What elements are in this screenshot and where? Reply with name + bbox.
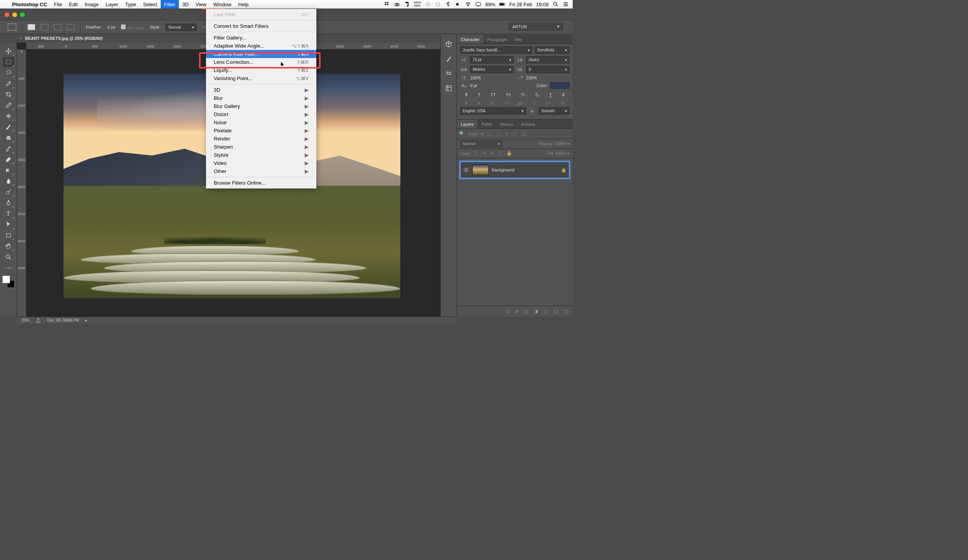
tab-actions[interactable]: Actions — [517, 120, 539, 128]
menuitem-blur-gallery[interactable]: Blur Gallery▶ — [206, 102, 316, 110]
new-layer-icon[interactable] — [553, 309, 559, 314]
spotlight-icon[interactable] — [553, 1, 559, 7]
tab-info[interactable]: Info — [511, 35, 526, 44]
type-tool[interactable]: T — [3, 209, 14, 219]
tab-paragraph[interactable]: Paragraph — [483, 35, 511, 44]
do-not-disturb-icon[interactable] — [425, 1, 431, 7]
font-size-select[interactable]: 70 pt▾ — [470, 56, 514, 63]
menuitem-pixelate[interactable]: Pixelate▶ — [206, 127, 316, 135]
3d-panel-icon[interactable] — [445, 40, 453, 48]
blur-tool[interactable] — [3, 176, 14, 186]
filter-type-icon[interactable]: T — [506, 132, 508, 136]
menuitem-render[interactable]: Render▶ — [206, 135, 316, 143]
edit-toolbar-button[interactable]: ⋯ — [3, 263, 14, 273]
filter-pixel-icon[interactable] — [487, 131, 493, 137]
tab-character[interactable]: Character — [457, 35, 483, 44]
adjustment-layer-icon[interactable] — [533, 309, 539, 314]
battery-icon[interactable] — [499, 1, 505, 7]
antialias-select[interactable]: Smooth▾ — [539, 107, 570, 115]
marquee-tool[interactable] — [3, 57, 14, 67]
dropbox-icon[interactable] — [384, 1, 390, 7]
layer-name[interactable]: Background — [492, 168, 515, 172]
delete-layer-icon[interactable] — [563, 309, 569, 314]
move-tool[interactable] — [3, 46, 14, 56]
gradient-tool[interactable] — [3, 165, 14, 175]
share-icon[interactable] — [36, 318, 41, 323]
vscale-value[interactable]: 100% — [470, 75, 514, 80]
filter-kind[interactable]: Kind — [469, 132, 477, 136]
menu-layer[interactable]: Layer — [102, 0, 122, 9]
ruler-vertical[interactable]: 05001000150020002500300035004000 — [17, 50, 26, 317]
menuitem-lens-correction[interactable]: Lens Correction...⇧⌘R — [206, 58, 316, 66]
minimize-window-button[interactable] — [12, 12, 17, 17]
menuitem-noise[interactable]: Noise▶ — [206, 118, 316, 127]
layer-visibility-icon[interactable] — [463, 167, 469, 173]
hand-tool[interactable] — [3, 241, 14, 251]
path-selection-tool[interactable] — [3, 219, 14, 229]
filter-adjustment-icon[interactable] — [496, 131, 502, 137]
menu-image[interactable]: Image — [81, 0, 102, 9]
lock-all-icon[interactable]: 🔒 — [506, 151, 512, 156]
close-tab-button[interactable]: × — [19, 36, 22, 41]
menuitem-sharpen[interactable]: Sharpen▶ — [206, 143, 316, 151]
eraser-tool[interactable] — [3, 154, 14, 164]
history-brush-tool[interactable] — [3, 144, 14, 154]
foreground-swatch[interactable] — [2, 276, 10, 283]
menuitem-liquify[interactable]: Liquify...⇧⌘X — [206, 66, 316, 74]
zoom-level[interactable]: 25% — [22, 318, 29, 322]
workspace-preset-select[interactable]: ARTUR▾ — [509, 22, 563, 31]
color-swatches[interactable] — [2, 276, 15, 288]
fx-icon[interactable]: fx — [515, 309, 518, 314]
mem-indicator[interactable]: MEM90% — [414, 1, 421, 7]
menu-filter[interactable]: Filter — [161, 0, 179, 9]
blend-mode-select[interactable]: Normal▾ — [460, 140, 503, 147]
lasso-tool[interactable] — [3, 68, 14, 78]
brush-tool[interactable] — [3, 122, 14, 132]
zoom-tool[interactable] — [3, 252, 14, 262]
menuitem-camera-raw-filter[interactable]: Camera Raw Filter...⇧⌘A — [206, 50, 316, 58]
brushes-panel-icon[interactable] — [445, 55, 453, 63]
pen-tool[interactable] — [3, 198, 14, 208]
kerning-select[interactable]: Metrics▾ — [470, 66, 514, 73]
selection-subtract-icon[interactable] — [54, 24, 62, 30]
adjustments-panel-icon[interactable] — [445, 70, 453, 77]
close-window-button[interactable] — [5, 12, 9, 17]
baseline-value[interactable]: 0 pt — [470, 83, 534, 88]
menu-3d[interactable]: 3D — [179, 0, 192, 9]
healing-brush-tool[interactable] — [3, 111, 14, 121]
menuitem-blur[interactable]: Blur▶ — [206, 94, 316, 102]
display-icon[interactable] — [475, 1, 481, 7]
group-icon[interactable] — [543, 309, 549, 314]
menu-window[interactable]: Window — [210, 0, 235, 9]
menuitem-stylize[interactable]: Stylize▶ — [206, 151, 316, 159]
lock-artboard-icon[interactable] — [498, 151, 503, 156]
filter-shape-icon[interactable] — [512, 131, 518, 137]
link-layers-icon[interactable]: ⬡ — [506, 309, 510, 314]
layer-lock-icon[interactable]: 🔒 — [561, 168, 566, 173]
quick-selection-tool[interactable] — [3, 79, 14, 89]
dodge-tool[interactable] — [3, 187, 14, 197]
hscale-value[interactable]: 100% — [526, 75, 570, 80]
tab-layers[interactable]: Layers — [457, 120, 477, 128]
volume-icon[interactable] — [455, 1, 461, 7]
tracking-select[interactable]: 0▾ — [526, 66, 570, 73]
menuitem-filter-gallery[interactable]: Filter Gallery... — [206, 34, 316, 42]
menu-file[interactable]: File — [50, 0, 65, 9]
menuitem-3d[interactable]: 3D▶ — [206, 86, 316, 94]
document-tab[interactable]: BEART PRESETS.jpg @ 25% (RGB/8#) — [25, 36, 103, 41]
menuitem-convert-smart-filters[interactable]: Convert for Smart Filters — [206, 22, 316, 30]
selection-intersect-icon[interactable] — [67, 24, 75, 30]
bluetooth-icon[interactable] — [445, 1, 451, 7]
status-arrow-icon[interactable]: ▸ — [85, 318, 87, 322]
creative-cloud-icon[interactable] — [394, 1, 400, 7]
font-weight-select[interactable]: SemiBold▾ — [535, 46, 570, 54]
menu-app[interactable]: Photoshop CC — [9, 0, 50, 9]
menu-list-icon[interactable] — [563, 1, 569, 7]
tab-paths[interactable]: Paths — [477, 120, 496, 128]
font-family-select[interactable]: Josefin Sans SemiB...▾ — [460, 46, 532, 54]
layer-item-background[interactable]: Background 🔒 — [461, 162, 569, 178]
menu-help[interactable]: Help — [235, 0, 252, 9]
lock-position-icon[interactable]: ✛ — [490, 151, 494, 156]
bell-icon[interactable] — [435, 1, 441, 7]
filter-smart-icon[interactable] — [522, 131, 527, 137]
